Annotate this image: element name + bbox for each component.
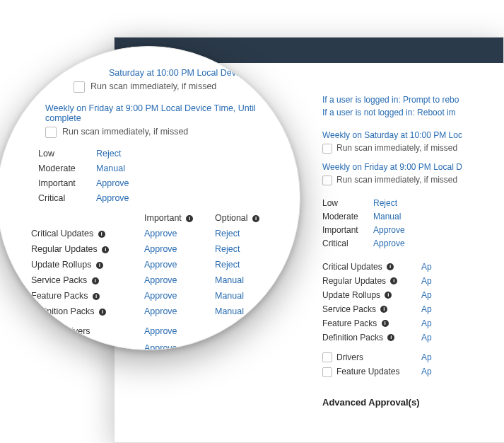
mag-severity-action[interactable]: Reject <box>96 149 121 159</box>
magnifier-overlay: Saturday at 10:00 PM Local Device Time, … <box>0 46 300 350</box>
mag-severity-row: ModerateManual <box>38 163 286 173</box>
category-row: Feature Packs iAp <box>322 318 489 328</box>
mag-scan2[interactable]: Weekly on Friday at 9:00 PM Local Device… <box>24 103 286 123</box>
mag-drivers-action[interactable]: Approve <box>144 326 215 338</box>
category-row: Regular Updates iAp <box>322 276 489 286</box>
info-icon[interactable]: i <box>186 215 193 222</box>
info-icon[interactable]: i <box>252 215 259 222</box>
info-icon[interactable]: i <box>380 306 387 313</box>
category-action[interactable]: Ap <box>421 262 471 272</box>
drivers-checkbox[interactable] <box>322 352 332 362</box>
category-action[interactable]: Ap <box>421 333 471 343</box>
info-icon[interactable]: i <box>102 246 109 253</box>
category-row: Update Rollups iAp <box>322 290 489 300</box>
info-icon[interactable]: i <box>99 309 106 316</box>
mag-cat-action[interactable]: Approve <box>144 275 215 285</box>
drivers-row: DriversAp <box>322 352 489 363</box>
severity-row: ImportantApprove <box>322 225 489 235</box>
category-action[interactable]: Ap <box>421 304 471 314</box>
mag-scan1-label: Run scan immediately, if missed <box>90 81 216 91</box>
feature-updates-row: Feature UpdatesAp <box>322 367 489 377</box>
severity-action[interactable]: Reject <box>373 198 397 208</box>
mag-cat-action[interactable]: Reject <box>215 229 286 238</box>
scan2-missed-checkbox[interactable] <box>322 176 332 185</box>
mag-cat-action[interactable]: Approve <box>144 244 215 254</box>
severity-row: LowReject <box>322 198 489 208</box>
scan-schedule-2[interactable]: Weekly on Friday at 9:00 PM Local D <box>322 162 489 172</box>
info-icon[interactable]: i <box>382 320 389 327</box>
advanced-approvals-heading: Advanced Approval(s) <box>322 397 489 408</box>
severity-row: ModerateManual <box>322 212 489 222</box>
reboot-logged-in[interactable]: If a user is logged in: Prompt to rebo <box>322 95 489 105</box>
category-action[interactable]: Ap <box>421 290 471 300</box>
mag-scan2-checkbox[interactable] <box>45 127 57 138</box>
scan2-missed-label: Run scan immediately, if missed <box>336 175 457 185</box>
category-row: Service Packs iAp <box>322 304 489 314</box>
category-row: Definition Packs iAp <box>322 333 489 343</box>
severity-action[interactable]: Approve <box>373 238 405 248</box>
severity-action[interactable]: Manual <box>373 212 401 222</box>
info-icon[interactable]: i <box>98 231 105 238</box>
info-icon[interactable]: i <box>93 293 100 300</box>
mag-cat-action[interactable]: Approve <box>144 229 215 238</box>
mag-severity-action[interactable]: Approve <box>96 178 129 188</box>
mag-cat-action[interactable]: Approve <box>144 260 215 270</box>
feature-updates-action[interactable]: Ap <box>421 367 471 377</box>
severity-action[interactable]: Approve <box>373 225 405 235</box>
mag-severity-row: CriticalApprove <box>38 193 286 203</box>
mag-scan1-checkbox[interactable] <box>74 81 85 93</box>
info-icon[interactable]: i <box>92 277 99 284</box>
scan-schedule-1[interactable]: Weekly on Saturday at 10:00 PM Loc <box>322 130 489 140</box>
reboot-not-logged-in[interactable]: If a user is not logged in: Reboot im <box>322 108 489 117</box>
advanced-approvals-section: Advanced Approval(s) <box>129 391 489 415</box>
mag-cat-row: Critical Updates iApproveReject <box>31 229 286 238</box>
mag-cat-row: Service Packs iApproveManual <box>31 275 286 285</box>
mag-severity-row: ImportantApprove <box>38 178 286 188</box>
mag-severity-action[interactable]: Manual <box>96 163 125 173</box>
info-icon[interactable]: i <box>390 277 397 284</box>
feature-updates-checkbox[interactable] <box>322 367 332 377</box>
severity-row: CriticalApprove <box>322 238 489 248</box>
mag-severity-row: LowReject <box>38 149 286 159</box>
category-row: Critical Updates iAp <box>322 262 489 272</box>
mag-cat-action[interactable]: Approve <box>144 291 215 301</box>
mag-cat-header: Important i Optional i <box>31 213 286 223</box>
mag-cat-row: Update Rollups iApproveReject <box>31 260 286 270</box>
mag-cat-action[interactable]: Reject <box>215 260 286 270</box>
mag-drivers-checkbox[interactable] <box>45 326 57 338</box>
info-icon[interactable]: i <box>387 334 394 341</box>
scan1-missed-label: Run scan immediately, if missed <box>336 143 457 153</box>
mag-cat-row: Feature Packs iApproveManual <box>31 291 286 301</box>
info-icon[interactable]: i <box>385 292 392 299</box>
category-action[interactable]: Ap <box>421 318 471 328</box>
mag-cat-row: Regular Updates iApproveReject <box>31 244 286 254</box>
scan1-missed-checkbox[interactable] <box>322 144 332 154</box>
info-icon[interactable]: i <box>96 262 103 269</box>
drivers-action[interactable]: Ap <box>421 352 471 363</box>
mag-cat-action[interactable]: Reject <box>215 244 286 254</box>
info-icon[interactable]: i <box>387 263 394 270</box>
category-action[interactable]: Ap <box>421 276 471 286</box>
mag-scan2-label: Run scan immediately, if missed <box>62 127 188 137</box>
mag-cat-action[interactable]: Approve <box>144 306 215 316</box>
mag-severity-action[interactable]: Approve <box>96 193 129 203</box>
